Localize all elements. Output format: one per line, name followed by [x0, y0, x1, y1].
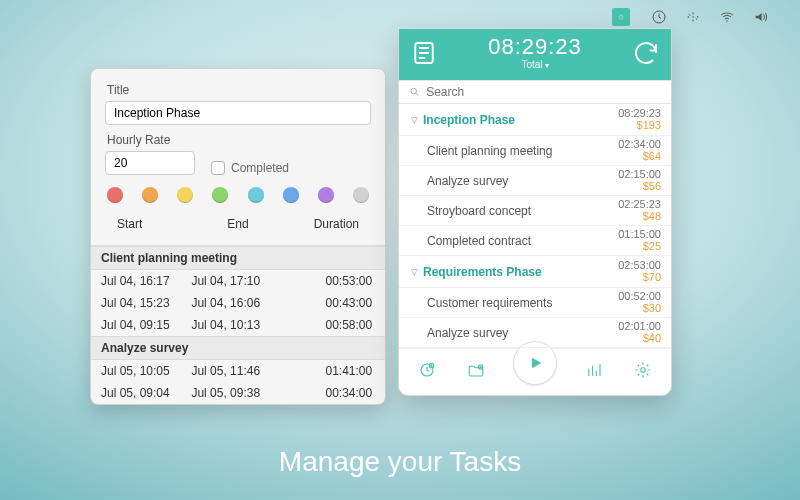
total-time: 08:29:23 — [439, 35, 631, 59]
chevron-down-icon: ▾ — [545, 61, 549, 70]
time-columns-header: Start End Duration — [105, 211, 371, 235]
time-entry-row[interactable]: Jul 04, 09:15Jul 04, 10:1300:58:00 — [91, 314, 385, 336]
menubar — [612, 8, 770, 26]
reports-icon[interactable] — [582, 358, 606, 382]
title-input[interactable] — [105, 101, 371, 125]
color-swatch-3[interactable] — [212, 187, 228, 203]
menubar-sync-icon[interactable] — [684, 8, 702, 26]
search-bar[interactable] — [399, 80, 671, 104]
search-input[interactable] — [426, 85, 661, 99]
completed-checkbox[interactable]: Completed — [211, 161, 289, 175]
menubar-wifi-icon[interactable] — [718, 8, 736, 26]
refresh-icon[interactable] — [631, 38, 661, 68]
color-mark — [398, 139, 399, 162]
task-row[interactable]: Analyze survey02:01:00$40 — [399, 318, 671, 348]
disclosure-triangle-icon: ▽ — [409, 115, 419, 125]
svg-point-11 — [641, 368, 646, 373]
color-picker — [107, 187, 369, 203]
checkbox-box — [211, 161, 225, 175]
completed-label: Completed — [231, 161, 289, 175]
color-swatch-0[interactable] — [107, 187, 123, 203]
rate-label: Hourly Rate — [107, 133, 195, 147]
color-swatch-1[interactable] — [142, 187, 158, 203]
svg-point-7 — [411, 88, 417, 94]
disclosure-triangle-icon: ▽ — [409, 267, 419, 277]
svg-point-4 — [697, 16, 699, 18]
add-folder-icon[interactable] — [464, 358, 488, 382]
entry-group-header: Client planning meeting — [91, 246, 385, 270]
entry-group-header: Analyze survey — [91, 336, 385, 360]
task-row[interactable]: Customer requirements00:52:00$30 — [399, 288, 671, 318]
tracker-header: 08:29:23 Total▾ — [399, 29, 671, 80]
time-entry-row[interactable]: Jul 05, 09:04Jul 05, 09:3800:34:00 — [91, 382, 385, 404]
menubar-volume-icon[interactable] — [752, 8, 770, 26]
time-entry-row[interactable]: Jul 04, 16:17Jul 04, 17:1000:53:00 — [91, 270, 385, 292]
total-selector[interactable]: Total▾ — [439, 59, 631, 70]
color-swatch-6[interactable] — [318, 187, 334, 203]
task-row[interactable]: Analyze survey02:15:00$56 — [399, 166, 671, 196]
svg-point-3 — [692, 16, 694, 18]
settings-icon[interactable] — [631, 358, 655, 382]
color-swatch-2[interactable] — [177, 187, 193, 203]
title-label: Title — [107, 83, 371, 97]
task-row[interactable]: Client planning meeting02:34:00$64 — [399, 136, 671, 166]
tracker-panel: 08:29:23 Total▾ ▽Inception Phase08:29:23… — [398, 28, 672, 396]
col-duration: Duration — [281, 217, 364, 231]
tracker-toolbar — [399, 348, 671, 395]
time-entry-row[interactable]: Jul 04, 15:23Jul 04, 16:0600:43:00 — [91, 292, 385, 314]
col-start: Start — [113, 217, 196, 231]
add-time-icon[interactable] — [415, 358, 439, 382]
col-end: End — [197, 217, 280, 231]
time-entry-row[interactable]: Jul 05, 10:05Jul 05, 11:4601:41:00 — [91, 360, 385, 382]
svg-point-5 — [726, 20, 727, 21]
notes-icon[interactable] — [409, 38, 439, 68]
svg-point-2 — [688, 16, 690, 18]
color-swatch-4[interactable] — [248, 187, 264, 203]
color-swatch-7[interactable] — [353, 187, 369, 203]
color-mark — [398, 291, 399, 314]
project-row[interactable]: ▽Requirements Phase02:53:00$70 — [399, 256, 671, 288]
menubar-clock-icon[interactable] — [650, 8, 668, 26]
rate-input[interactable] — [105, 151, 195, 175]
search-icon — [409, 86, 420, 98]
color-mark — [398, 169, 399, 192]
task-row[interactable]: Completed contract01:15:00$25 — [399, 226, 671, 256]
page-caption: Manage your Tasks — [0, 446, 800, 478]
project-list: ▽Inception Phase08:29:23$193Client plann… — [399, 104, 671, 348]
color-swatch-5[interactable] — [283, 187, 299, 203]
task-row[interactable]: Stroyboard concept02:25:23$48 — [399, 196, 671, 226]
editor-popover: Title Hourly Rate Completed Start End Du… — [90, 68, 386, 405]
menubar-timer-icon[interactable] — [612, 8, 630, 26]
project-row[interactable]: ▽Inception Phase08:29:23$193 — [399, 104, 671, 136]
time-entries-table: Client planning meetingJul 04, 16:17Jul … — [91, 245, 385, 404]
